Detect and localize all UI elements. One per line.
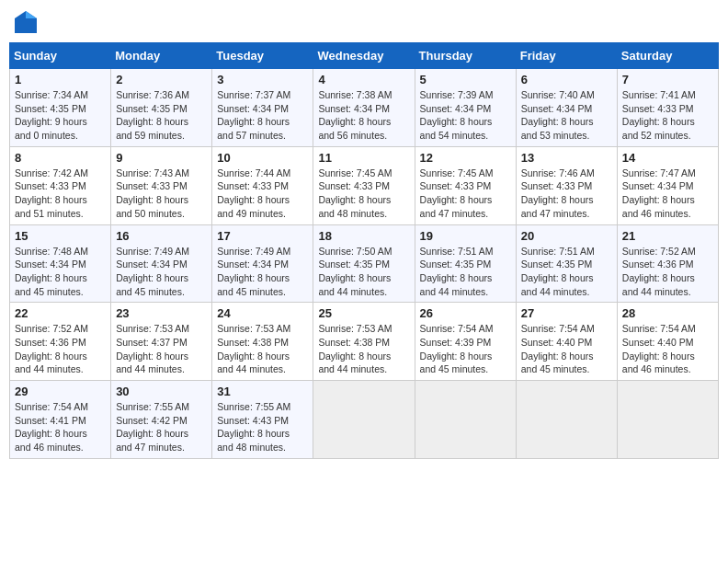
day-detail: Sunrise: 7:51 AM Sunset: 4:35 PM Dayligh… — [420, 245, 511, 299]
col-header-wednesday: Wednesday — [313, 43, 415, 69]
col-header-sunday: Sunday — [10, 43, 111, 69]
calendar-cell: 8 Sunrise: 7:42 AM Sunset: 4:33 PM Dayli… — [10, 146, 111, 224]
day-number: 7 — [622, 73, 713, 86]
day-detail: Sunrise: 7:54 AM Sunset: 4:41 PM Dayligh… — [15, 400, 106, 454]
calendar-cell: 19 Sunrise: 7:51 AM Sunset: 4:35 PM Dayl… — [415, 224, 516, 303]
day-detail: Sunrise: 7:39 AM Sunset: 4:34 PM Dayligh… — [420, 88, 511, 143]
day-number: 5 — [420, 73, 511, 86]
calendar-week-row: 15 Sunrise: 7:48 AM Sunset: 4:34 PM Dayl… — [10, 224, 719, 303]
day-detail: Sunrise: 7:36 AM Sunset: 4:35 PM Dayligh… — [116, 88, 207, 143]
day-detail: Sunrise: 7:53 AM Sunset: 4:38 PM Dayligh… — [318, 322, 409, 376]
day-number: 27 — [521, 306, 612, 320]
calendar-header-row: SundayMondayTuesdayWednesdayThursdayFrid… — [10, 43, 719, 69]
col-header-monday: Monday — [111, 43, 212, 69]
logo-icon — [13, 9, 39, 35]
day-number: 3 — [217, 73, 308, 86]
day-number: 14 — [622, 151, 713, 165]
day-number: 28 — [622, 306, 713, 320]
calendar-cell: 15 Sunrise: 7:48 AM Sunset: 4:34 PM Dayl… — [10, 224, 111, 303]
calendar-cell: 20 Sunrise: 7:51 AM Sunset: 4:35 PM Dayl… — [516, 224, 617, 303]
col-header-thursday: Thursday — [415, 43, 516, 69]
day-number: 13 — [521, 151, 612, 165]
calendar-cell: 2 Sunrise: 7:36 AM Sunset: 4:35 PM Dayli… — [111, 69, 212, 147]
day-detail: Sunrise: 7:37 AM Sunset: 4:34 PM Dayligh… — [217, 88, 308, 143]
calendar-week-row: 22 Sunrise: 7:52 AM Sunset: 4:36 PM Dayl… — [10, 303, 719, 381]
day-number: 9 — [116, 151, 207, 165]
day-detail: Sunrise: 7:48 AM Sunset: 4:34 PM Dayligh… — [15, 245, 106, 299]
col-header-friday: Friday — [516, 43, 617, 69]
day-number: 6 — [521, 73, 612, 86]
day-number: 8 — [15, 151, 106, 165]
calendar-cell: 7 Sunrise: 7:41 AM Sunset: 4:33 PM Dayli… — [617, 69, 718, 147]
calendar-cell: 13 Sunrise: 7:46 AM Sunset: 4:33 PM Dayl… — [516, 146, 617, 224]
day-number: 12 — [420, 151, 511, 165]
calendar-cell: 17 Sunrise: 7:49 AM Sunset: 4:34 PM Dayl… — [212, 224, 313, 303]
calendar-cell: 6 Sunrise: 7:40 AM Sunset: 4:34 PM Dayli… — [516, 69, 617, 147]
day-number: 29 — [15, 385, 106, 398]
calendar-cell: 12 Sunrise: 7:45 AM Sunset: 4:33 PM Dayl… — [415, 146, 516, 224]
day-detail: Sunrise: 7:50 AM Sunset: 4:35 PM Dayligh… — [318, 245, 409, 299]
day-detail: Sunrise: 7:45 AM Sunset: 4:33 PM Dayligh… — [318, 167, 409, 221]
day-detail: Sunrise: 7:51 AM Sunset: 4:35 PM Dayligh… — [521, 245, 612, 299]
day-number: 19 — [420, 229, 511, 243]
calendar-cell: 21 Sunrise: 7:52 AM Sunset: 4:36 PM Dayl… — [617, 224, 718, 303]
calendar-cell: 22 Sunrise: 7:52 AM Sunset: 4:36 PM Dayl… — [10, 303, 111, 381]
calendar-cell: 23 Sunrise: 7:53 AM Sunset: 4:37 PM Dayl… — [111, 303, 212, 381]
calendar-cell — [313, 381, 415, 459]
logo — [13, 9, 42, 35]
calendar-cell: 31 Sunrise: 7:55 AM Sunset: 4:43 PM Dayl… — [212, 381, 313, 459]
calendar-table: SundayMondayTuesdayWednesdayThursdayFrid… — [9, 42, 719, 459]
calendar-cell: 11 Sunrise: 7:45 AM Sunset: 4:33 PM Dayl… — [313, 146, 415, 224]
day-detail: Sunrise: 7:52 AM Sunset: 4:36 PM Dayligh… — [15, 322, 106, 376]
day-number: 18 — [318, 229, 409, 243]
day-detail: Sunrise: 7:49 AM Sunset: 4:34 PM Dayligh… — [217, 245, 308, 299]
day-number: 4 — [318, 73, 409, 86]
day-detail: Sunrise: 7:34 AM Sunset: 4:35 PM Dayligh… — [15, 88, 106, 143]
calendar-cell: 30 Sunrise: 7:55 AM Sunset: 4:42 PM Dayl… — [111, 381, 212, 459]
calendar-cell — [516, 381, 617, 459]
day-number: 30 — [116, 385, 207, 398]
calendar-cell: 27 Sunrise: 7:54 AM Sunset: 4:40 PM Dayl… — [516, 303, 617, 381]
calendar-cell: 25 Sunrise: 7:53 AM Sunset: 4:38 PM Dayl… — [313, 303, 415, 381]
day-number: 2 — [116, 73, 207, 86]
svg-marker-1 — [26, 11, 37, 18]
calendar-cell: 28 Sunrise: 7:54 AM Sunset: 4:40 PM Dayl… — [617, 303, 718, 381]
calendar-cell: 18 Sunrise: 7:50 AM Sunset: 4:35 PM Dayl… — [313, 224, 415, 303]
day-detail: Sunrise: 7:52 AM Sunset: 4:36 PM Dayligh… — [622, 245, 713, 299]
day-detail: Sunrise: 7:44 AM Sunset: 4:33 PM Dayligh… — [217, 167, 308, 221]
day-number: 16 — [116, 229, 207, 243]
day-number: 23 — [116, 306, 207, 320]
calendar-cell: 14 Sunrise: 7:47 AM Sunset: 4:34 PM Dayl… — [617, 146, 718, 224]
day-number: 31 — [217, 385, 308, 398]
calendar-cell: 1 Sunrise: 7:34 AM Sunset: 4:35 PM Dayli… — [10, 69, 111, 147]
calendar-week-row: 8 Sunrise: 7:42 AM Sunset: 4:33 PM Dayli… — [10, 146, 719, 224]
day-number: 17 — [217, 229, 308, 243]
day-detail: Sunrise: 7:55 AM Sunset: 4:42 PM Dayligh… — [116, 400, 207, 454]
day-detail: Sunrise: 7:54 AM Sunset: 4:40 PM Dayligh… — [521, 322, 612, 376]
day-detail: Sunrise: 7:38 AM Sunset: 4:34 PM Dayligh… — [318, 88, 409, 143]
day-detail: Sunrise: 7:40 AM Sunset: 4:34 PM Dayligh… — [521, 88, 612, 143]
calendar-week-row: 1 Sunrise: 7:34 AM Sunset: 4:35 PM Dayli… — [10, 69, 719, 147]
calendar-cell: 3 Sunrise: 7:37 AM Sunset: 4:34 PM Dayli… — [212, 69, 313, 147]
calendar-cell: 16 Sunrise: 7:49 AM Sunset: 4:34 PM Dayl… — [111, 224, 212, 303]
calendar-cell: 29 Sunrise: 7:54 AM Sunset: 4:41 PM Dayl… — [10, 381, 111, 459]
calendar-cell: 5 Sunrise: 7:39 AM Sunset: 4:34 PM Dayli… — [415, 69, 516, 147]
day-detail: Sunrise: 7:43 AM Sunset: 4:33 PM Dayligh… — [116, 167, 207, 221]
day-detail: Sunrise: 7:54 AM Sunset: 4:40 PM Dayligh… — [622, 322, 713, 376]
day-number: 11 — [318, 151, 409, 165]
page-header — [9, 9, 719, 35]
day-detail: Sunrise: 7:46 AM Sunset: 4:33 PM Dayligh… — [521, 167, 612, 221]
day-number: 20 — [521, 229, 612, 243]
day-number: 1 — [15, 73, 106, 86]
day-number: 25 — [318, 306, 409, 320]
day-detail: Sunrise: 7:47 AM Sunset: 4:34 PM Dayligh… — [622, 167, 713, 221]
calendar-week-row: 29 Sunrise: 7:54 AM Sunset: 4:41 PM Dayl… — [10, 381, 719, 459]
day-detail: Sunrise: 7:55 AM Sunset: 4:43 PM Dayligh… — [217, 400, 308, 454]
col-header-tuesday: Tuesday — [212, 43, 313, 69]
day-detail: Sunrise: 7:53 AM Sunset: 4:37 PM Dayligh… — [116, 322, 207, 376]
day-detail: Sunrise: 7:49 AM Sunset: 4:34 PM Dayligh… — [116, 245, 207, 299]
day-detail: Sunrise: 7:54 AM Sunset: 4:39 PM Dayligh… — [420, 322, 511, 376]
calendar-cell — [617, 381, 718, 459]
day-detail: Sunrise: 7:41 AM Sunset: 4:33 PM Dayligh… — [622, 88, 713, 143]
day-detail: Sunrise: 7:53 AM Sunset: 4:38 PM Dayligh… — [217, 322, 308, 376]
